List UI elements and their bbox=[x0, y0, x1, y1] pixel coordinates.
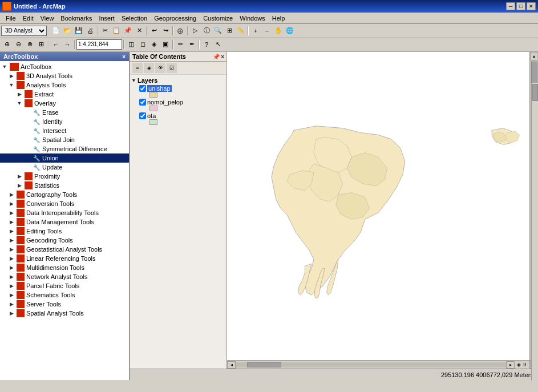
zoom-next[interactable]: → bbox=[62, 39, 73, 50]
new-button[interactable]: 📄 bbox=[50, 25, 62, 37]
tree-analysis-tools[interactable]: ▼ Analysis Tools bbox=[0, 80, 129, 90]
toc-label-ota[interactable]: ota bbox=[147, 112, 156, 119]
toc-checkbox-unishap[interactable] bbox=[139, 85, 146, 92]
tree-intersect[interactable]: 🔧 Intersect bbox=[0, 126, 129, 135]
toc-label-unishap[interactable]: unishap bbox=[147, 85, 172, 92]
menu-selection[interactable]: Selection bbox=[118, 14, 151, 23]
map-ctrl-2[interactable]: ⏸ bbox=[522, 362, 527, 367]
maximize-button[interactable]: □ bbox=[516, 2, 525, 10]
toc-label-nomoi[interactable]: nomoi_pelop bbox=[147, 99, 183, 106]
analyst-dropdown[interactable]: 3D Analyst bbox=[1, 26, 47, 36]
select-tool[interactable]: ▷ bbox=[189, 25, 201, 37]
tree-data-interop[interactable]: ▶ Data Interoperability Tools bbox=[0, 208, 129, 217]
cut-button[interactable]: ✂ bbox=[99, 25, 111, 37]
tree-spatial-analyst[interactable]: ▶ Spatial Analyst Tools bbox=[0, 309, 129, 318]
zoom-out-fixed[interactable]: ⊖ bbox=[13, 39, 24, 50]
menu-file[interactable]: File bbox=[2, 14, 19, 23]
tree-geostat[interactable]: ▶ Geostatistical Analyst Tools bbox=[0, 245, 129, 254]
select-by-attr[interactable]: ▣ bbox=[160, 39, 171, 50]
select-by-location[interactable]: ◈ bbox=[148, 39, 160, 50]
hscroll-track[interactable] bbox=[236, 362, 506, 367]
minimize-button[interactable]: ─ bbox=[506, 2, 515, 10]
menu-view[interactable]: View bbox=[37, 14, 58, 23]
tree-network[interactable]: ▶ Network Analyst Tools bbox=[0, 272, 129, 281]
help-btn[interactable]: ? bbox=[201, 39, 212, 50]
tree-identity[interactable]: 🔧 Identity bbox=[0, 117, 129, 126]
menu-help[interactable]: Help bbox=[269, 14, 289, 23]
menu-customize[interactable]: Customize bbox=[200, 14, 236, 23]
redo-button[interactable]: ↪ bbox=[160, 25, 171, 37]
sketch-btn[interactable]: ✒ bbox=[186, 39, 197, 50]
measure-tool[interactable]: 📏 bbox=[235, 25, 246, 37]
scroll-left-btn[interactable]: ◂ bbox=[227, 361, 236, 369]
menu-windows[interactable]: Windows bbox=[236, 14, 269, 23]
tree-union[interactable]: 🔧 Union bbox=[0, 153, 129, 163]
toolbox-close-btn[interactable]: × bbox=[122, 54, 126, 60]
tree-erase[interactable]: 🔧 Erase bbox=[0, 108, 129, 117]
tree-statistics[interactable]: ▶ Statistics bbox=[0, 181, 129, 190]
tree-data-mgmt[interactable]: ▶ Data Management Tools bbox=[0, 217, 129, 227]
zoom-in-fixed[interactable]: ⊕ bbox=[1, 39, 13, 50]
add-data-button[interactable]: ⊕ bbox=[175, 25, 186, 37]
editor-btn[interactable]: ✏ bbox=[175, 39, 186, 50]
cursor-btn[interactable]: ↖ bbox=[212, 39, 224, 50]
copy-button[interactable]: 📋 bbox=[111, 25, 122, 37]
tree-overlay[interactable]: ▼ Overlay bbox=[0, 99, 129, 108]
toc-sel-btn[interactable]: ☑ bbox=[167, 63, 177, 73]
map-ctrl-1[interactable]: ◈ bbox=[517, 362, 521, 367]
zoom-out-btn[interactable]: − bbox=[261, 25, 273, 37]
full-extent[interactable]: ⊞ bbox=[35, 39, 47, 50]
close-button[interactable]: ✕ bbox=[527, 2, 536, 10]
toc-pin-btn[interactable]: 📌 bbox=[213, 54, 220, 60]
identify-tool[interactable]: ⓘ bbox=[201, 25, 212, 37]
tree-server[interactable]: ▶ Server Tools bbox=[0, 300, 129, 309]
tree-editing[interactable]: ▶ Editing Tools bbox=[0, 227, 129, 236]
map-canvas[interactable] bbox=[227, 52, 529, 360]
tree-proximity[interactable]: ▶ Proximity bbox=[0, 172, 129, 181]
save-button[interactable]: 💾 bbox=[73, 25, 84, 37]
tree-sym-diff[interactable]: 🔧 Symmetrical Difference bbox=[0, 144, 129, 153]
toolbox-root[interactable]: ▼ ArcToolbox bbox=[0, 62, 129, 71]
menu-edit[interactable]: Edit bbox=[19, 14, 37, 23]
tree-cartography[interactable]: ▶ Cartography Tools bbox=[0, 190, 129, 199]
clear-selection[interactable]: ◻ bbox=[137, 39, 148, 50]
tree-linear-ref[interactable]: ▶ Linear Referencing Tools bbox=[0, 254, 129, 263]
toc-list-btn[interactable]: ≡ bbox=[132, 63, 143, 73]
tree-extract[interactable]: ▶ Extract bbox=[0, 90, 129, 99]
zoom-previous[interactable]: ← bbox=[50, 39, 62, 50]
scale-input[interactable]: 1:4,231,844 bbox=[76, 39, 122, 50]
goto-xy-tool[interactable]: ⊞ bbox=[224, 25, 235, 37]
tree-geocoding[interactable]: ▶ Geocoding Tools bbox=[0, 236, 129, 245]
pan-btn[interactable]: ✋ bbox=[273, 25, 284, 37]
hscroll-thumb[interactable] bbox=[247, 362, 281, 367]
tree-3d-analyst[interactable]: ▶ 3D Analyst Tools bbox=[0, 71, 129, 80]
toc-checkbox-ota[interactable] bbox=[139, 112, 146, 119]
tree-conversion[interactable]: ▶ Conversion Tools bbox=[0, 199, 129, 208]
tree-spatial-join[interactable]: 🔧 Spatial Join bbox=[0, 135, 129, 144]
globe-btn[interactable]: 🌐 bbox=[284, 25, 296, 37]
menu-geoprocessing[interactable]: Geoprocessing bbox=[151, 14, 200, 23]
map-hscrollbar[interactable]: ◂ ▸ ◈ ⏸ bbox=[227, 360, 529, 369]
scroll-right-btn[interactable]: ▸ bbox=[506, 361, 515, 369]
pan-fixed[interactable]: ⊗ bbox=[24, 39, 35, 50]
scroll-up-btn[interactable]: ▴ bbox=[530, 52, 537, 60]
tree-schematics[interactable]: ▶ Schematics Tools bbox=[0, 290, 129, 300]
delete-button[interactable]: ✕ bbox=[134, 25, 145, 37]
zoom-in-btn[interactable]: + bbox=[250, 25, 261, 37]
find-tool[interactable]: 🔍 bbox=[212, 25, 224, 37]
tree-multidim[interactable]: ▶ Multidimension Tools bbox=[0, 263, 129, 272]
select-features[interactable]: ◫ bbox=[126, 39, 137, 50]
toc-layers-header[interactable]: ▼ Layers bbox=[131, 77, 225, 84]
print-button[interactable]: 🖨 bbox=[84, 25, 96, 37]
toc-source-btn[interactable]: ◈ bbox=[144, 63, 154, 73]
menu-insert[interactable]: Insert bbox=[95, 14, 118, 23]
open-button[interactable]: 📂 bbox=[62, 25, 73, 37]
toc-vis-btn[interactable]: 👁 bbox=[155, 63, 165, 73]
paste-button[interactable]: 📌 bbox=[122, 25, 134, 37]
toc-close-btn[interactable]: × bbox=[221, 54, 224, 60]
tree-update[interactable]: 🔧 Update bbox=[0, 163, 129, 172]
vscroll-thumb[interactable] bbox=[531, 62, 537, 84]
undo-button[interactable]: ↩ bbox=[148, 25, 160, 37]
tree-parcel[interactable]: ▶ Parcel Fabric Tools bbox=[0, 281, 129, 290]
toc-checkbox-nomoi[interactable] bbox=[139, 99, 146, 106]
